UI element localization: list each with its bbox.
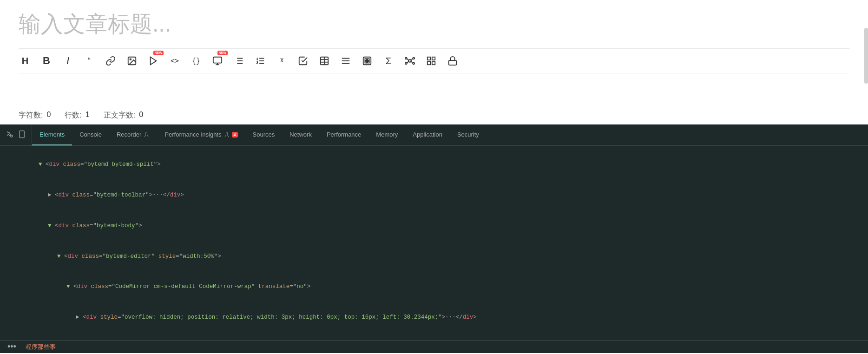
devtools-panel: Elements Console Recorder Performance in…	[0, 125, 868, 353]
tab-network-label: Network	[289, 131, 312, 138]
svg-rect-3	[213, 57, 222, 63]
tab-memory[interactable]: Memory	[368, 125, 405, 145]
char-label: 字符数:	[19, 111, 43, 120]
link-button[interactable]	[104, 54, 117, 67]
svg-point-30	[413, 58, 414, 59]
word-count: 正文字数: 0	[104, 111, 143, 120]
html-tree: ▼ <div class="bytemd bytemd-split"> ► <d…	[0, 146, 868, 340]
image-button[interactable]	[125, 54, 138, 67]
char-count: 字符数: 0	[19, 111, 51, 120]
svg-rect-36	[427, 57, 430, 60]
task-button[interactable]	[296, 54, 309, 67]
devtools-statusbar: ••• 程序那些事	[0, 340, 868, 353]
tree-row[interactable]: ▼ <div class="bytemd-editor" style="widt…	[0, 241, 868, 272]
svg-point-31	[413, 63, 414, 65]
tree-row[interactable]: ► <div class="CodeMirror-vscrollbar" tab…	[0, 333, 868, 341]
tab-performance[interactable]: Performance	[319, 125, 368, 145]
tab-elements[interactable]: Elements	[32, 125, 72, 145]
tab-memory-label: Memory	[376, 131, 398, 138]
line-count: 行数: 1	[65, 111, 89, 120]
svg-rect-39	[427, 62, 430, 65]
svg-rect-40	[449, 60, 457, 65]
devtools-more-options[interactable]: •••	[7, 342, 16, 352]
tab-sources-label: Sources	[253, 131, 275, 138]
devtools-content: ▼ <div class="bytemd bytemd-split"> ► <d…	[0, 146, 868, 340]
tab-application-label: Application	[413, 131, 442, 138]
gallery-button[interactable]	[361, 54, 374, 67]
tree-row[interactable]: ► <div class="bytemd-toolbar">···</div>	[0, 180, 868, 211]
inspect-icon[interactable]	[6, 130, 14, 140]
svg-rect-26	[368, 61, 369, 63]
video-button[interactable]: NEW	[147, 54, 160, 67]
tab-elements-label: Elements	[39, 131, 65, 138]
line-label: 行数:	[65, 111, 81, 120]
italic-button[interactable]: I	[61, 54, 74, 67]
svg-line-33	[407, 61, 409, 64]
performance-insights-badge: 4	[232, 132, 238, 138]
grid-button[interactable]	[425, 54, 438, 67]
strikethrough-button[interactable]: ᵡ	[275, 54, 288, 67]
svg-line-35	[411, 61, 413, 64]
word-label: 正文字数:	[104, 111, 135, 120]
code-inline-button[interactable]: <>	[168, 54, 181, 67]
tab-performance-insights-label: Performance insights	[164, 131, 221, 138]
mindmap-button[interactable]	[403, 54, 416, 67]
devtools-tabbar: Elements Console Recorder Performance in…	[0, 125, 868, 146]
devtools-icon-group	[0, 125, 32, 145]
tab-security[interactable]: Security	[450, 125, 487, 145]
svg-rect-38	[432, 62, 435, 65]
tab-performance-label: Performance	[327, 131, 361, 138]
svg-line-32	[407, 59, 409, 61]
quote-button[interactable]: “	[83, 54, 96, 67]
tab-performance-insights[interactable]: Performance insights 4	[157, 125, 245, 145]
svg-rect-37	[432, 57, 435, 60]
line-value: 1	[85, 111, 90, 120]
svg-rect-24	[368, 59, 369, 60]
editor-area: 输入文章标题... H B I “ NEW <> {} NEW	[0, 0, 868, 107]
tab-console[interactable]: Console	[72, 125, 109, 145]
char-value: 0	[46, 111, 51, 120]
editor-statusbar: 字符数: 0 行数: 1 正文字数: 0	[0, 107, 868, 125]
svg-point-27	[408, 59, 411, 62]
embed-button[interactable]: NEW	[211, 54, 224, 67]
video-new-badge: NEW	[153, 51, 164, 55]
svg-point-1	[130, 59, 131, 60]
editor-toolbar: H B I “ NEW <> {} NEW	[19, 48, 849, 73]
svg-point-28	[405, 58, 407, 59]
tree-row[interactable]: ▼ <div class="CodeMirror cm-s-default Co…	[0, 272, 868, 302]
tree-row[interactable]: ▼ <div class="bytemd-body">	[0, 211, 868, 242]
editor-scrollbar[interactable]	[864, 28, 868, 84]
svg-rect-25	[365, 61, 367, 63]
svg-point-41	[11, 135, 13, 137]
formula-button[interactable]: Σ	[382, 54, 395, 67]
embed-new-badge: NEW	[217, 51, 228, 55]
tab-recorder-label: Recorder	[117, 131, 141, 138]
tab-application[interactable]: Application	[405, 125, 450, 145]
svg-marker-2	[151, 57, 157, 65]
tree-row[interactable]: ► <div style="overflow: hidden; position…	[0, 302, 868, 333]
heading-button[interactable]: H	[19, 54, 32, 67]
svg-rect-23	[365, 59, 367, 60]
svg-point-29	[405, 63, 407, 65]
lock-button[interactable]	[446, 54, 459, 67]
brand-text: 程序那些事	[26, 343, 56, 351]
tab-console-label: Console	[79, 131, 102, 138]
bold-button[interactable]: B	[40, 54, 53, 67]
unordered-list-button[interactable]	[232, 54, 245, 67]
word-value: 0	[139, 111, 143, 120]
tree-row[interactable]: ▼ <div class="bytemd bytemd-split">	[0, 150, 868, 180]
tab-security-label: Security	[457, 131, 479, 138]
svg-line-34	[411, 59, 413, 61]
device-icon[interactable]	[18, 130, 26, 140]
code-block-button[interactable]: {}	[190, 54, 203, 67]
ordered-list-button[interactable]	[254, 54, 267, 67]
table-button[interactable]	[318, 54, 331, 67]
tab-network[interactable]: Network	[282, 125, 319, 145]
tab-recorder[interactable]: Recorder	[109, 125, 157, 145]
align-button[interactable]	[339, 54, 352, 67]
editor-title-placeholder[interactable]: 输入文章标题...	[19, 9, 849, 39]
tab-sources[interactable]: Sources	[245, 125, 283, 145]
